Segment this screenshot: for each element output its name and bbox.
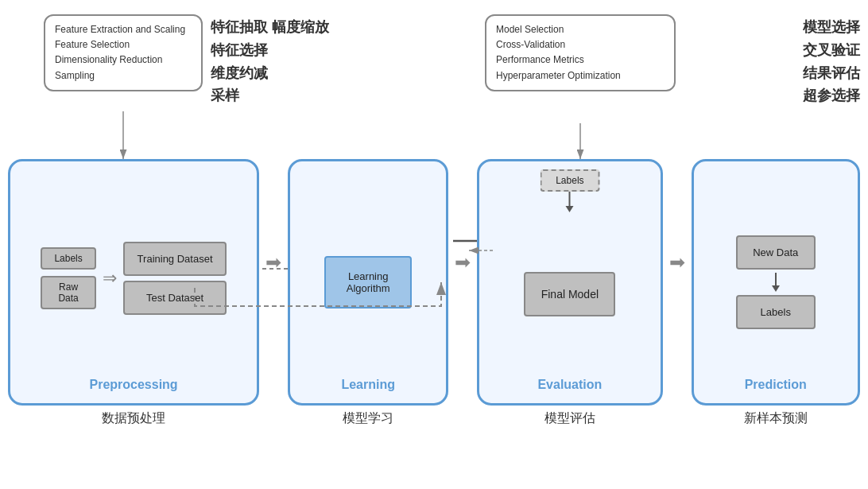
tooltip-eval-line-2: Cross-Validation [496, 37, 665, 52]
stage-label-learning-en: Learning [290, 378, 446, 392]
arrow-learn-to-eval: ➡ [455, 159, 471, 366]
arrow-eval-to-pred: ➡ [669, 159, 685, 366]
node-training-dataset: Training Dataset [123, 242, 227, 276]
stage-prediction: New Data Labels Prediction 新样本预测 [692, 159, 861, 406]
tooltip-evaluation: Model Selection Cross-Validation Perform… [485, 14, 676, 91]
stage-label-evaluation-cn: 模型评估 [479, 410, 660, 427]
node-new-data: New Data [736, 235, 816, 270]
arrow-newdata-down [772, 273, 780, 292]
dataset-stack: Training Dataset Test Dataset [123, 242, 227, 315]
stage-preprocessing: Labels RawData ⇒ Training Dataset Test D… [8, 159, 259, 406]
tooltip-line-2: Feature Selection [55, 37, 192, 52]
stage-evaluation: Labels Final Model Evaluation 模型评估 [477, 159, 662, 406]
node-rawdata-input: RawData [41, 276, 96, 309]
preprocessing-inner: Labels RawData ⇒ Training Dataset Test D… [41, 242, 227, 315]
tooltip-preprocessing: Feature Extraction and Scaling Feature S… [44, 14, 203, 91]
arrow-pre-to-learn: ➡ [265, 159, 281, 366]
node-labels-eval: Labels [540, 169, 599, 192]
stage-learning: LearningAlgorithm Learning 模型学习 [288, 159, 448, 406]
stage-label-prediction-en: Prediction [694, 378, 858, 392]
node-learning-algorithm: LearningAlgorithm [324, 256, 412, 309]
cn-annotation-left: 特征抽取 幅度缩放 特征选择 维度约减 采样 [211, 16, 329, 107]
node-test-dataset: Test Dataset [123, 281, 227, 315]
stage-label-prediction-cn: 新样本预测 [694, 410, 858, 427]
cn-annotation-right: 模型选择 交叉验证 结果评估 超参选择 [803, 16, 860, 107]
arrow-labels-down [569, 192, 571, 206]
stage-label-preprocessing-en: Preprocessing [10, 378, 257, 392]
main-container: Feature Extraction and Scaling Feature S… [0, 0, 868, 489]
node-final-model: Final Model [524, 272, 615, 316]
tooltip-eval-line-4: Hyperparameter Optimization [496, 68, 665, 83]
labels-rawdata-group: Labels RawData [41, 247, 96, 309]
tooltip-line-3: Dimensionality Reduction [55, 52, 192, 68]
arrowhead-labels-down [566, 206, 574, 212]
node-labels-input: Labels [41, 247, 96, 270]
tooltip-line-4: Sampling [55, 68, 192, 83]
stage-label-learning-cn: 模型学习 [290, 410, 446, 427]
node-labels-pred: Labels [736, 295, 816, 329]
tooltip-eval-line-3: Performance Metrics [496, 52, 665, 68]
tooltip-line-1: Feature Extraction and Scaling [55, 22, 192, 37]
tooltip-eval-line-1: Model Selection [496, 22, 665, 37]
stage-label-preprocessing-cn: 数据预处理 [10, 410, 257, 427]
eval-labels-container: Labels [540, 169, 599, 212]
arrow-into-datasets: ⇒ [103, 270, 117, 287]
stage-label-evaluation-en: Evaluation [479, 378, 660, 392]
flow-area: Labels RawData ⇒ Training Dataset Test D… [8, 159, 860, 406]
